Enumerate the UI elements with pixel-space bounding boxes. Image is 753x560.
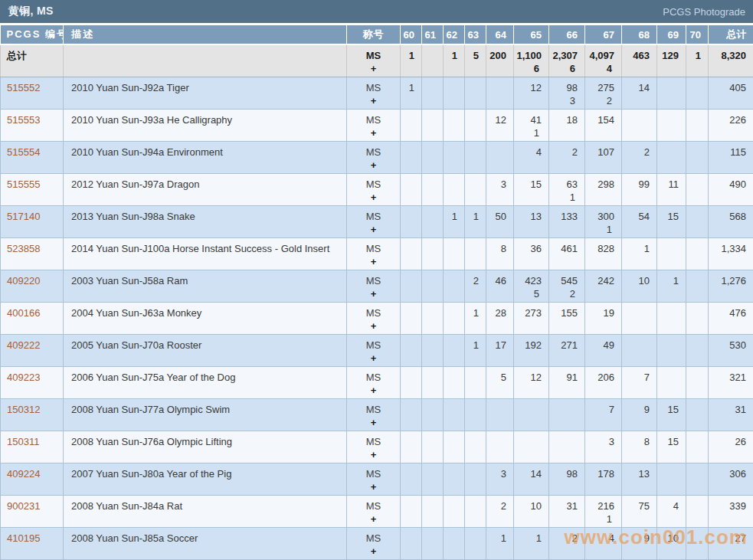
row-total: 568 xyxy=(709,205,753,237)
grade-cell: 1 xyxy=(465,302,486,334)
grade-cell: 271 xyxy=(549,334,585,366)
designation-cell: MS+ xyxy=(347,431,401,463)
grade-count: 133 xyxy=(549,211,578,223)
coin-description: 2008 Yuan Sun-J76a Olympic Lifting xyxy=(64,431,347,463)
grade-count: 31 xyxy=(549,500,578,513)
grade-cell: 50 xyxy=(486,205,514,237)
designation-cell: MS+ xyxy=(347,527,401,559)
designation-plus-label: + xyxy=(347,288,400,300)
column-header-61: 61 xyxy=(422,25,444,44)
table-row: 5155542010 Yuan Sun-J94a EnvironmentMS+4… xyxy=(1,141,753,173)
table-row: 4092242007 Yuan Sun-J80a Year of the Pig… xyxy=(1,463,753,495)
grade-cell: 155 xyxy=(549,302,585,334)
grade-count: 9 xyxy=(622,404,650,416)
pcgs-number-link[interactable]: 409223 xyxy=(7,372,40,383)
totals-grade-cell xyxy=(422,44,444,77)
grade-count: 1 xyxy=(465,307,479,319)
grade-cell: 2 xyxy=(465,270,486,302)
grade-cell xyxy=(465,463,486,495)
grade-cell xyxy=(422,109,444,141)
grade-cell xyxy=(422,237,444,270)
pcgs-number-link[interactable]: 409224 xyxy=(7,468,40,480)
designation-plus-label: + xyxy=(347,224,400,236)
designation-cell: MS+ xyxy=(347,302,401,334)
pcgs-number-link[interactable]: 523858 xyxy=(7,243,40,254)
grade-cell: 14 xyxy=(514,463,549,495)
grade-cell xyxy=(657,109,686,141)
grade-cell xyxy=(422,77,444,109)
grade-cell xyxy=(622,109,657,141)
pcgs-number-cell: 409224 xyxy=(1,463,64,495)
pcgs-number-link[interactable]: 515552 xyxy=(7,82,40,93)
grade-cell xyxy=(444,431,465,463)
grade-count: 271 xyxy=(549,339,578,352)
designation-plus-label: + xyxy=(347,545,400,558)
grade-cell: 192 xyxy=(514,334,549,366)
totals-grade-cell: 129 xyxy=(657,44,686,77)
grade-count: 36 xyxy=(514,243,542,255)
pcgs-number-link[interactable]: 409220 xyxy=(7,275,40,287)
grade-count: 192 xyxy=(514,339,542,352)
grade-cell: 461 xyxy=(549,237,585,270)
coin-description: 2005 Yuan Sun-J70a Rooster xyxy=(64,334,347,366)
grade-cell xyxy=(422,398,444,431)
grade-plus-count: 2 xyxy=(585,95,614,107)
pcgs-number-cell: 515552 xyxy=(1,77,64,109)
grade-cell: 1 xyxy=(401,77,422,109)
grade-cell xyxy=(422,463,444,495)
grade-plus-count: 3 xyxy=(549,95,578,107)
grade-cell xyxy=(444,366,465,398)
totals-grade-cell: 1 xyxy=(686,44,709,77)
pcgs-number-link[interactable]: 900231 xyxy=(7,500,40,512)
grade-cell: 91 xyxy=(549,366,585,398)
pcgs-number-link[interactable]: 515554 xyxy=(7,146,40,158)
pcgs-number-link[interactable]: 515555 xyxy=(7,178,40,190)
designation-cell: MS+ xyxy=(347,237,401,270)
column-header-64: 64 xyxy=(486,25,514,44)
grade-count: 3 xyxy=(585,436,614,448)
grade-cell xyxy=(686,366,709,398)
designation-label: MS xyxy=(347,114,400,126)
grade-cell xyxy=(686,527,709,559)
totals-grade-cell: 1 xyxy=(401,44,422,77)
designation-label: MS xyxy=(347,211,400,223)
grade-cell: 411 xyxy=(514,109,549,141)
grade-cell xyxy=(465,366,486,398)
grade-cell xyxy=(422,495,444,527)
pcgs-number-link[interactable]: 515553 xyxy=(7,114,40,126)
designation-label: MS xyxy=(347,275,400,287)
designation-label: MS xyxy=(347,436,400,448)
designation-label: MS xyxy=(347,307,400,319)
row-total: 530 xyxy=(709,334,753,366)
pcgs-number-link[interactable]: 409222 xyxy=(7,339,40,351)
grade-cell: 5452 xyxy=(549,270,585,302)
grade-plus-count: 2 xyxy=(549,288,578,300)
column-header-pcgs-no: PCGS 编号 xyxy=(1,25,64,44)
grade-count: 7 xyxy=(585,404,614,416)
pcgs-number-cell: 515554 xyxy=(1,141,64,173)
pcgs-number-link[interactable]: 517140 xyxy=(7,211,40,222)
totals-grade-cell: 5 xyxy=(465,44,486,77)
designation-cell: MS+ xyxy=(347,205,401,237)
designation-plus-label: + xyxy=(347,256,400,268)
totals-designation: MS+ xyxy=(347,44,401,77)
grade-count: 1 xyxy=(444,50,457,62)
grade-cell: 1 xyxy=(465,205,486,237)
grade-cell xyxy=(422,527,444,559)
column-header-68: 68 xyxy=(622,25,657,44)
pcgs-number-link[interactable]: 150312 xyxy=(7,404,40,415)
pcgs-number-cell: 517140 xyxy=(1,205,64,237)
grade-count: 206 xyxy=(585,372,614,384)
pcgs-number-link[interactable]: 410195 xyxy=(7,532,40,544)
pcgs-number-link[interactable]: 150311 xyxy=(7,436,39,447)
photograde-link[interactable]: PCGS Photograde xyxy=(663,6,745,18)
designation-cell: MS+ xyxy=(347,398,401,431)
grade-count: 13 xyxy=(622,468,650,480)
grade-cell xyxy=(622,334,657,366)
grade-count: 46 xyxy=(486,275,506,287)
grade-count: 300 xyxy=(585,211,614,223)
pcgs-number-link[interactable]: 400166 xyxy=(7,307,40,319)
grade-count: 273 xyxy=(514,307,542,319)
grade-count: 28 xyxy=(486,307,506,319)
grade-count: 2 xyxy=(549,146,578,159)
